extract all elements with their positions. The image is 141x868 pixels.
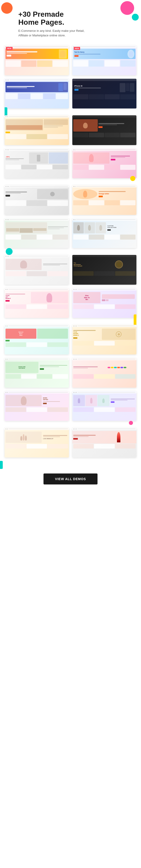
demo-card-image-20: [72, 358, 137, 388]
demo-card-5[interactable]: [5, 115, 69, 145]
demo-card-image-18: YOURADORNJEWELS: [72, 325, 137, 354]
demo-card-23[interactable]: LOOK MINIMALIST: [5, 428, 69, 458]
view-all-demos-button[interactable]: VIEW ALL DEMOS: [44, 473, 97, 485]
demo-card-6[interactable]: [72, 115, 137, 145]
demos-grid: NEW: [0, 42, 141, 461]
demo-card-21[interactable]: BORNGIFTED: [5, 391, 69, 421]
demo-card-image-7: -45%: [5, 149, 69, 178]
demo-card-image-8: [72, 149, 137, 178]
demo-card-image-12: CUSTOMCOLLECTION: [72, 218, 137, 248]
demo-card-image-3: [5, 79, 69, 108]
demo-card-image-10: Orange better: [72, 185, 137, 215]
demo-card-image-14: TheMarkuktamChronograph: [72, 255, 137, 285]
demo-card-image-22: [72, 391, 137, 421]
hero-title: +30 Premade Home Pages.: [18, 10, 134, 26]
born-gifted-label: BORNGIFTED: [43, 397, 67, 401]
hero-subtitle: E-Commerce in any kind. Easily make your…: [18, 29, 87, 37]
demo-card-image-4: iPhone 8i: [72, 79, 137, 108]
demo-card-9[interactable]: [5, 185, 69, 215]
hero-section: +30 Premade Home Pages. E-Commerce in an…: [0, 0, 141, 42]
demo-card-16[interactable]: GiveSkin ToBe!: [72, 288, 137, 318]
demo-card-4[interactable]: iPhone 8i: [72, 79, 137, 108]
demo-card-image-1: [5, 45, 69, 75]
demo-card-3[interactable]: [5, 79, 69, 108]
demo-card-19[interactable]: SKINCARENATURAL: [5, 358, 69, 388]
demo-card-15[interactable]: YOURLIPWORLD: [5, 288, 69, 318]
demo-card-image-15: YOURLIPWORLD: [5, 288, 69, 318]
demo-card-13[interactable]: [5, 255, 69, 285]
page-wrapper: +30 Premade Home Pages. E-Commerce in an…: [0, 0, 141, 494]
demo-card-image-9: [5, 185, 69, 215]
demo-card-17[interactable]: NaturalBurnOffer: [5, 325, 69, 354]
demo-card-18[interactable]: YOURADORNJEWELS: [72, 325, 137, 354]
demo-card-image-23: LOOK MINIMALIST: [5, 428, 69, 458]
demo-card-image-17: NaturalBurnOffer: [5, 325, 69, 354]
demo-card-20[interactable]: [72, 358, 137, 388]
demo-card-image-5: [5, 115, 69, 145]
demo-card-11[interactable]: [5, 218, 69, 248]
demo-card-image-16: GiveSkin ToBe!: [72, 288, 137, 318]
demo-card-12[interactable]: CUSTOMCOLLECTION: [72, 218, 137, 248]
demo-card-image-6: [72, 115, 137, 145]
demo-card-7[interactable]: -45%: [5, 149, 69, 178]
demo-card-24[interactable]: [72, 428, 137, 458]
decoration-circle-orange: [1, 2, 12, 14]
demo-card-image-19: SKINCARENATURAL: [5, 358, 69, 388]
demo-card-2[interactable]: NEW Tad On Hurry: [72, 45, 137, 75]
demo-badge-2: NEW: [74, 47, 80, 50]
demo-card-1[interactable]: NEW: [5, 45, 69, 75]
demo-card-10[interactable]: Orange better: [72, 185, 137, 215]
demo-card-image-13: [5, 255, 69, 285]
demo-card-image-24: [72, 428, 137, 458]
demo-card-image-11: [5, 218, 69, 248]
demo-card-image-21: BORNGIFTED: [5, 391, 69, 421]
demo-card-22[interactable]: [72, 391, 137, 421]
demo-badge-1: NEW: [6, 47, 12, 50]
demo-card-image-2: Tad On Hurry: [72, 45, 137, 75]
demo-card-8[interactable]: [72, 149, 137, 178]
cta-section: VIEW ALL DEMOS: [0, 467, 141, 494]
demo-card-14[interactable]: TheMarkuktamChronograph: [72, 255, 137, 285]
